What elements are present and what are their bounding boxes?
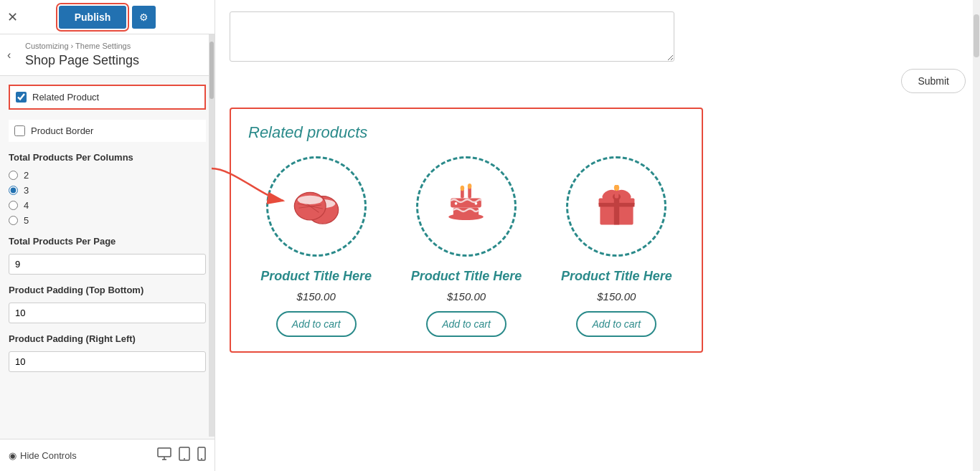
columns-label: Total Products Per Columns xyxy=(9,152,206,163)
panel-content: Related Product Product Border Total Pro… xyxy=(0,76,215,439)
per-page-label: Total Products Per Page xyxy=(9,236,206,247)
products-grid: Product Title Here $150.00 Add to cart xyxy=(248,156,684,337)
product-name-1: Product Title Here xyxy=(260,268,372,285)
svg-rect-28 xyxy=(598,203,634,207)
column-label-4: 4 xyxy=(24,200,29,211)
add-to-cart-button-2[interactable]: Add to cart xyxy=(426,311,507,337)
columns-radio-group: 2 3 4 5 xyxy=(9,170,206,226)
gear-button[interactable]: ⚙ xyxy=(132,6,156,29)
breadcrumb-customizing: Customizing xyxy=(25,42,69,50)
panel-scrollbar-thumb xyxy=(209,42,214,99)
column-option-3[interactable]: 3 xyxy=(9,185,206,196)
tablet-icon xyxy=(179,447,190,461)
svg-point-4 xyxy=(184,458,185,460)
desktop-icon-button[interactable] xyxy=(157,447,171,464)
related-product-checkbox[interactable] xyxy=(16,92,27,103)
product-price-3: $150.00 xyxy=(597,290,636,303)
related-product-setting: Related Product xyxy=(9,85,206,110)
columns-setting: Total Products Per Columns 2 3 4 5 xyxy=(9,152,206,226)
bottom-bar: ◉ Hide Controls xyxy=(0,439,215,471)
column-radio-2[interactable] xyxy=(9,171,18,180)
right-scrollbar-thumb xyxy=(974,14,979,57)
product-card-3: Product Title Here $150.00 Add to cart xyxy=(549,156,684,337)
svg-point-23 xyxy=(455,202,458,205)
add-to-cart-button-1[interactable]: Add to cart xyxy=(276,311,357,337)
column-option-4[interactable]: 4 xyxy=(9,200,206,211)
svg-point-6 xyxy=(201,458,202,460)
eye-icon: ◉ xyxy=(9,450,17,461)
padding-right-left-setting: Product Padding (Right Left) xyxy=(9,333,206,372)
column-label-2: 2 xyxy=(24,170,29,181)
breadcrumb: Customizing › Theme Settings xyxy=(25,42,206,50)
cookie-icon xyxy=(291,185,341,228)
add-to-cart-button-3[interactable]: Add to cart xyxy=(576,311,656,337)
padding-top-bottom-label: Product Padding (Top Bottom) xyxy=(9,285,206,295)
device-icons xyxy=(157,447,206,464)
product-circle-3 xyxy=(566,156,666,257)
breadcrumb-separator: › xyxy=(69,42,76,50)
related-product-label: Related Product xyxy=(32,92,99,103)
svg-point-22 xyxy=(449,213,484,219)
product-circle-1 xyxy=(266,156,367,257)
mobile-icon-button[interactable] xyxy=(197,447,206,464)
gift-icon xyxy=(593,185,640,228)
page-title: Shop Page Settings xyxy=(25,53,206,68)
svg-rect-27 xyxy=(614,198,619,224)
column-radio-4[interactable] xyxy=(9,201,18,210)
right-scrollbar xyxy=(973,0,980,471)
per-page-setting: Total Products Per Page xyxy=(9,236,206,275)
hide-controls-label: Hide Controls xyxy=(20,450,77,461)
left-panel: ✕ Publish ⚙ ‹ Customizing › Theme Settin… xyxy=(0,0,215,471)
product-price-1: $150.00 xyxy=(297,290,336,303)
column-label-3: 3 xyxy=(24,185,29,196)
panel-header: ‹ Customizing › Theme Settings Shop Page… xyxy=(0,34,215,76)
product-border-label: Product Border xyxy=(31,125,93,136)
per-page-input[interactable] xyxy=(9,254,206,275)
svg-point-24 xyxy=(475,202,478,205)
desktop-icon xyxy=(157,447,171,460)
padding-top-bottom-input[interactable] xyxy=(9,303,206,323)
svg-rect-0 xyxy=(158,448,171,457)
product-price-2: $150.00 xyxy=(447,290,486,303)
related-products-title: Related products xyxy=(248,123,684,142)
padding-top-bottom-setting: Product Padding (Top Bottom) xyxy=(9,285,206,323)
column-option-5[interactable]: 5 xyxy=(9,215,206,226)
review-textarea[interactable] xyxy=(230,11,674,62)
product-card-1: Product Title Here $150.00 Add to cart xyxy=(248,156,384,337)
mobile-icon xyxy=(197,447,206,461)
product-border-checkbox[interactable] xyxy=(14,125,25,136)
breadcrumb-theme-settings: Theme Settings xyxy=(75,42,131,50)
submit-button[interactable]: Submit xyxy=(901,69,966,93)
product-name-3: Product Title Here xyxy=(561,268,672,285)
svg-point-19 xyxy=(468,184,472,189)
panel-scrollbar xyxy=(209,34,215,437)
padding-right-left-input[interactable] xyxy=(9,351,206,372)
svg-point-15 xyxy=(297,196,322,204)
close-button[interactable]: ✕ xyxy=(7,9,18,25)
hide-controls-button[interactable]: ◉ Hide Controls xyxy=(9,450,77,461)
cake-icon xyxy=(443,184,489,230)
publish-button[interactable]: Publish xyxy=(59,6,127,29)
tablet-icon-button[interactable] xyxy=(179,447,190,464)
product-card-2: Product Title Here $150.00 Add to cart xyxy=(398,156,534,337)
top-bar: ✕ Publish ⚙ xyxy=(0,0,215,34)
product-border-row[interactable]: Product Border xyxy=(9,120,206,142)
related-product-row[interactable]: Related Product xyxy=(9,85,206,110)
product-circle-2 xyxy=(416,156,517,257)
back-button[interactable]: ‹ xyxy=(7,49,11,62)
column-label-5: 5 xyxy=(24,215,29,226)
submit-row: Submit xyxy=(521,69,966,93)
related-products-section: Related products xyxy=(230,108,703,353)
right-panel: Submit Related products xyxy=(215,0,980,471)
svg-point-18 xyxy=(461,185,465,190)
column-option-2[interactable]: 2 xyxy=(9,170,206,181)
product-border-setting: Product Border xyxy=(9,120,206,142)
column-radio-5[interactable] xyxy=(9,216,18,225)
padding-right-left-label: Product Padding (Right Left) xyxy=(9,333,206,344)
column-radio-3[interactable] xyxy=(9,186,18,195)
product-name-2: Product Title Here xyxy=(411,268,522,285)
